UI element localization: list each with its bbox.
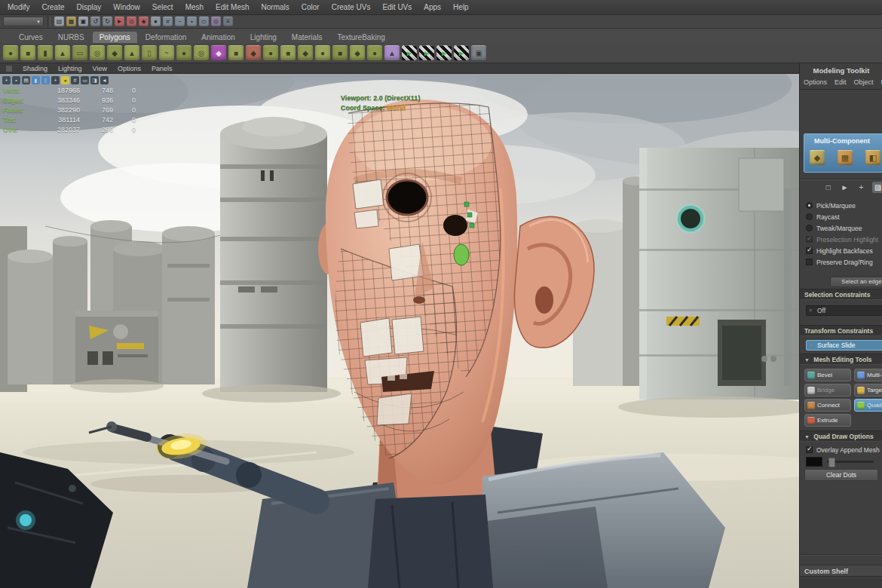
panel-menu-item[interactable]: Options [118, 65, 141, 72]
selection-option[interactable]: Raycast [806, 211, 881, 222]
make-live-icon[interactable]: ◎ [211, 17, 221, 26]
raycast-icon[interactable]: ► [839, 182, 850, 193]
redo-icon[interactable]: ↻ [103, 17, 112, 26]
uv-automatic-icon[interactable]: ► [454, 45, 469, 60]
camera-attributes-icon[interactable]: ▤ [22, 76, 30, 84]
mesh-editing-tools-header[interactable]: ▼ Mesh Editing Tools [800, 354, 882, 365]
multi-cut-button[interactable]: Multi-Cut [854, 369, 882, 381]
menu-item[interactable]: Edit UVs [382, 3, 412, 11]
multi-edge-icon[interactable]: ▦ [838, 150, 853, 165]
super-shape-icon[interactable]: ◆ [211, 45, 226, 60]
lasso-select-icon[interactable]: ◎ [127, 17, 136, 26]
snap-plane-icon[interactable]: ▭ [199, 17, 209, 26]
multi-face-icon[interactable]: ◧ [865, 150, 880, 165]
poly-pipe-icon[interactable]: ▯ [142, 45, 157, 60]
overlay-append-mesh-checkbox[interactable]: Overlay Append Mesh [806, 444, 880, 455]
menu-item[interactable]: Select [152, 3, 173, 11]
open-scene-icon[interactable]: ▦ [66, 17, 76, 26]
selection-option[interactable]: Pick/Marquee [806, 200, 881, 211]
select-object-icon[interactable]: ● [151, 17, 161, 26]
panel-menu-item[interactable]: Panels [152, 65, 173, 72]
quad-draw-button[interactable]: Quad Draw [854, 399, 882, 412]
menu-item[interactable]: Modify [8, 3, 29, 11]
poly-edit-icon[interactable]: ■ [228, 45, 243, 60]
option-control[interactable] [806, 247, 813, 254]
mirror-icon[interactable]: ● [367, 45, 382, 60]
panel-layout-icon[interactable] [6, 66, 12, 72]
menu-item[interactable]: Help [453, 3, 469, 11]
menu-item[interactable]: Display [76, 3, 101, 11]
selection-option[interactable]: Tweak/Marquee [806, 222, 881, 234]
gate-mask-icon[interactable]: ◄ [100, 76, 109, 84]
poly-plane-icon[interactable]: ▭ [72, 45, 87, 60]
poly-soccer-icon[interactable]: ◎ [194, 45, 209, 60]
camera-based-icon[interactable]: ▨ [872, 182, 882, 193]
multi-vertex-icon[interactable]: ◆ [810, 150, 825, 165]
shelf-tab[interactable]: NURBS [51, 32, 91, 43]
menu-item[interactable]: Create [41, 3, 64, 11]
panel-menu-item[interactable]: Shading [23, 65, 47, 72]
menu-item[interactable]: Mesh [185, 3, 204, 11]
uv-planar-icon[interactable]: ► [402, 45, 417, 60]
selection-constraints-header[interactable]: Selection Constraints [800, 289, 882, 300]
pick-marquee-icon[interactable]: □ [822, 182, 834, 193]
bevel-button[interactable]: Bevel [804, 369, 851, 381]
menu-item[interactable]: Color [302, 3, 320, 11]
extrude-button[interactable]: Extrude [804, 414, 851, 427]
menu-item[interactable]: Normals [262, 3, 289, 11]
new-scene-icon[interactable]: ▤ [54, 17, 64, 26]
history-icon[interactable]: ≡ [223, 17, 233, 26]
menu-item[interactable]: Window [113, 3, 140, 11]
fill-hole-icon[interactable]: ● [315, 45, 330, 60]
transform-constraints-header[interactable]: Transform Constraints [800, 325, 882, 336]
toolkit-menu-item[interactable]: Object [854, 78, 874, 86]
connect-button[interactable]: Connect [804, 399, 851, 412]
slider-handle[interactable] [828, 458, 835, 467]
shelf-tab[interactable]: Materials [285, 32, 329, 43]
selection-option[interactable]: Preselection Highlight [806, 234, 881, 245]
uv-editor-icon[interactable]: ▣ [471, 45, 486, 60]
uv-spherical-icon[interactable]: ► [436, 45, 452, 60]
select-edge-button[interactable]: Select an edge [830, 277, 882, 287]
menu-set-selector[interactable]: ▼ [3, 17, 44, 26]
smooth-icon[interactable]: ■ [332, 45, 348, 60]
shelf-tab[interactable]: Deformation [139, 32, 193, 43]
extract-icon[interactable]: ◆ [298, 45, 313, 60]
custom-shelf-header[interactable]: Custom Shelf [800, 565, 882, 577]
select-camera-icon[interactable]: + [2, 76, 11, 84]
reduce-icon[interactable]: ◆ [350, 45, 365, 60]
menu-item[interactable]: Edit Mesh [216, 3, 249, 11]
poly-cylinder-icon[interactable]: ▮ [38, 45, 53, 60]
shelf-tab[interactable]: Polygons [93, 32, 137, 43]
shelf-tab[interactable]: TextureBaking [330, 32, 391, 43]
clear-dots-button[interactable]: Clear Dots [804, 469, 878, 481]
selection-option[interactable]: Preserve Drag/Ring [806, 256, 881, 268]
viewport-scene[interactable] [0, 74, 799, 588]
toolkit-menu-item[interactable]: Options [804, 78, 827, 86]
select-tool-icon[interactable]: ► [115, 17, 124, 26]
resolution-gate-icon[interactable]: ◨ [90, 76, 99, 84]
bookmark-icon[interactable]: ▮ [32, 76, 40, 84]
shelf-tab[interactable]: Lighting [243, 32, 283, 43]
tweak-marquee-icon[interactable]: + [856, 182, 867, 193]
option-control[interactable] [806, 225, 813, 231]
undo-icon[interactable]: ↺ [90, 17, 100, 26]
lock-camera-icon[interactable]: ▪ [12, 76, 20, 84]
poly-torus-icon[interactable]: ◎ [90, 45, 105, 60]
image-plane-icon[interactable]: ▯ [41, 76, 50, 84]
poly-prism-icon[interactable]: ◆ [107, 45, 122, 60]
selection-option[interactable]: Highlight Backfaces [806, 245, 881, 256]
film-gate-icon[interactable]: ▭ [81, 76, 89, 84]
poly-helix-icon[interactable]: ~ [159, 45, 174, 60]
snap-grid-icon[interactable]: # [163, 17, 173, 26]
quad-draw-options-header[interactable]: ▼ Quad Draw Options [800, 430, 882, 442]
poly-pyramid-icon[interactable]: ▲ [124, 45, 139, 60]
uv-cylindrical-icon[interactable]: ► [419, 45, 434, 60]
poly-sphere-icon[interactable]: ● [3, 45, 18, 60]
toolkit-menu-item[interactable]: Edit [835, 78, 847, 86]
option-control[interactable] [806, 236, 813, 243]
option-control[interactable] [806, 259, 813, 265]
menu-item[interactable]: Apps [424, 3, 441, 11]
poly-gear-icon[interactable]: ● [176, 45, 191, 60]
bridge-button[interactable]: Bridge [804, 384, 851, 397]
